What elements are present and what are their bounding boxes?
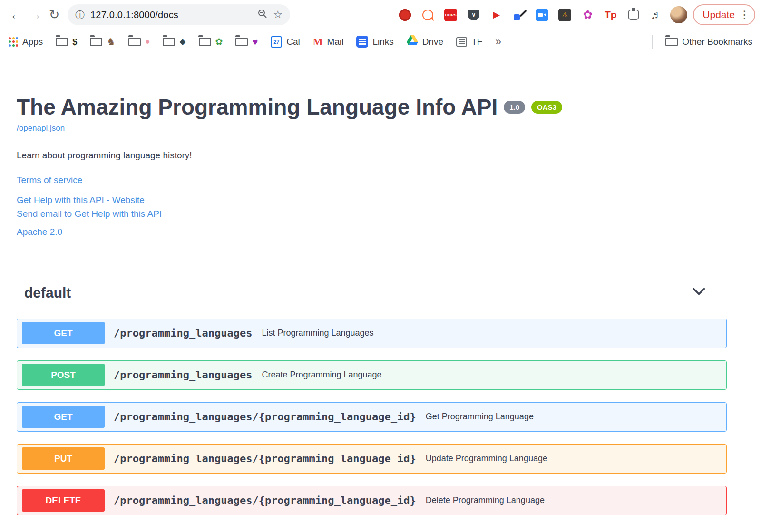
endpoint-path: /programming_languages/{programming_lang… <box>114 411 416 423</box>
redirect-extension-icon[interactable]: ► <box>490 9 503 21</box>
drive-icon <box>407 35 418 48</box>
apps-label: Apps <box>22 37 43 47</box>
bookmark-links[interactable]: Links <box>356 36 393 48</box>
forward-icon[interactable]: → <box>26 8 45 22</box>
media-queue-extension-icon[interactable]: ♬ <box>650 9 663 21</box>
bookmark-calendar[interactable]: 27 Cal <box>271 36 300 48</box>
bookmark-drive[interactable]: Drive <box>407 35 443 48</box>
puzzle-piece-icon <box>628 10 639 20</box>
folder-icon <box>163 38 175 46</box>
extensions-row: CORS ∨ ► ⚠ ✿ Tp ♬ <box>298 9 670 21</box>
tf-doc-icon <box>456 37 467 47</box>
redirect-arrow-icon: ► <box>491 9 502 20</box>
oas3-badge: OAS3 <box>531 101 562 114</box>
warning-icon: ⚠ <box>558 9 571 21</box>
bookmarks-overflow-chevron[interactable]: » <box>495 35 501 48</box>
bookmark-tf[interactable]: TF <box>456 37 482 47</box>
profile-avatar[interactable] <box>670 6 687 23</box>
bookmark-star-icon[interactable]: ☆ <box>273 9 283 21</box>
openapi-json-link[interactable]: /openapi.json <box>17 124 65 133</box>
endpoint-summary: Update Programming Language <box>426 454 547 464</box>
mail-label: Mail <box>327 37 344 47</box>
horse-icon: ♞ <box>107 37 116 47</box>
chat-extension-icon[interactable] <box>421 9 434 21</box>
page-title: The Amazing Programming Language Info AP… <box>17 95 498 119</box>
update-label: Update <box>702 9 735 20</box>
api-links: Terms of service Get Help with this API … <box>17 175 727 237</box>
pocket-extension-icon[interactable]: ∨ <box>467 9 480 21</box>
drive-label: Drive <box>422 37 443 47</box>
flower-icon: ✿ <box>583 9 593 20</box>
endpoint-row-create-language[interactable]: POST /programming_languages Create Progr… <box>17 360 727 390</box>
method-badge: GET <box>22 406 105 428</box>
calendar-icon: 27 <box>271 36 282 48</box>
chevron-down-icon[interactable] <box>693 288 705 298</box>
url-text[interactable]: 127.0.0.1:8000/docs <box>90 10 252 20</box>
bookmark-folder-dollar[interactable]: $ <box>56 38 77 46</box>
video-extension-icon[interactable] <box>536 9 548 21</box>
warning-extension-icon[interactable]: ⚠ <box>558 9 571 21</box>
tp-extension-icon[interactable]: Tp <box>604 9 617 21</box>
eyedropper-icon <box>513 9 526 21</box>
bookmark-folder-leaf[interactable]: ✿ <box>199 37 223 46</box>
eyedropper-extension-icon[interactable] <box>513 9 526 21</box>
folder-icon <box>665 38 678 46</box>
endpoint-path: /programming_languages <box>114 327 252 339</box>
api-description: Learn about programming language history… <box>17 150 727 161</box>
website-link[interactable]: Get Help with this API - Website <box>17 193 727 207</box>
section-default-header[interactable]: default <box>17 285 727 308</box>
bookmark-folder-grad-cap[interactable]: ◆ <box>163 38 185 46</box>
endpoint-row-delete-language[interactable]: DELETE /programming_languages/{programmi… <box>17 486 727 515</box>
media-queue-icon: ♬ <box>651 9 662 21</box>
section-title: default <box>24 285 71 301</box>
update-button[interactable]: Update ⋮ <box>693 4 755 25</box>
method-badge: PUT <box>22 447 105 470</box>
license-link[interactable]: Apache 2.0 <box>17 227 727 237</box>
other-bookmarks-label: Other Bookmarks <box>682 37 752 47</box>
folder-icon <box>128 38 141 46</box>
endpoint-summary: List Programming Languages <box>262 328 373 338</box>
endpoint-row-get-language[interactable]: GET /programming_languages/{programming_… <box>17 402 727 432</box>
folder-icon <box>90 38 102 46</box>
title-row: The Amazing Programming Language Info AP… <box>17 95 727 119</box>
stop-hand-extension-icon[interactable] <box>399 9 411 21</box>
tp-icon: Tp <box>605 9 617 20</box>
endpoint-row-update-language[interactable]: PUT /programming_languages/{programming_… <box>17 444 727 474</box>
endpoint-row-list-languages[interactable]: GET /programming_languages List Programm… <box>17 319 727 348</box>
version-badge: 1.0 <box>504 101 525 114</box>
method-badge: GET <box>22 322 105 344</box>
purple-heart-icon: ♥ <box>252 37 258 47</box>
puzzle-extension-icon[interactable] <box>627 9 640 21</box>
cors-extension-icon[interactable]: CORS <box>444 9 457 21</box>
browser-toolbar: ← → ↻ ⓘ 127.0.0.1:8000/docs ☆ CORS ∨ ► ⚠… <box>0 0 761 29</box>
gmail-icon: M <box>313 36 323 48</box>
bookmarks-divider <box>652 35 653 49</box>
flower-extension-icon[interactable]: ✿ <box>581 9 594 21</box>
reload-icon[interactable]: ↻ <box>45 7 64 22</box>
swagger-page: The Amazing Programming Language Info AP… <box>0 54 761 532</box>
site-info-icon[interactable]: ⓘ <box>75 9 85 21</box>
bookmarks-bar: Apps $ ♞ ● ◆ ✿ ♥ 27 Cal M Mail Links Dri… <box>0 29 761 54</box>
endpoint-path: /programming_languages/{programming_lang… <box>114 453 416 464</box>
stop-hand-icon <box>399 9 411 21</box>
video-camera-icon <box>536 9 548 21</box>
brain-icon: ● <box>145 38 150 46</box>
kebab-menu-icon[interactable]: ⋮ <box>740 9 750 20</box>
cors-badge-icon: CORS <box>444 9 457 21</box>
bookmark-folder-horse[interactable]: ♞ <box>90 37 116 47</box>
other-bookmarks[interactable]: Other Bookmarks <box>665 37 752 47</box>
folder-icon <box>199 38 211 46</box>
bookmark-folder-brain[interactable]: ● <box>128 38 150 46</box>
email-link[interactable]: Send email to Get Help with this API <box>17 207 727 221</box>
pocket-icon: ∨ <box>468 10 479 20</box>
terms-of-service-link[interactable]: Terms of service <box>17 175 727 185</box>
back-icon[interactable]: ← <box>7 8 26 22</box>
address-bar[interactable]: ⓘ 127.0.0.1:8000/docs ☆ <box>68 4 290 25</box>
endpoint-list: GET /programming_languages List Programm… <box>17 319 727 515</box>
apps-grid-icon <box>9 37 18 47</box>
bookmark-mail[interactable]: M Mail <box>313 36 344 48</box>
apps-shortcut[interactable]: Apps <box>9 37 43 47</box>
bookmark-folder-purple-heart[interactable]: ♥ <box>235 37 258 47</box>
zoom-icon[interactable] <box>258 9 267 20</box>
dollar-icon: $ <box>72 38 77 46</box>
